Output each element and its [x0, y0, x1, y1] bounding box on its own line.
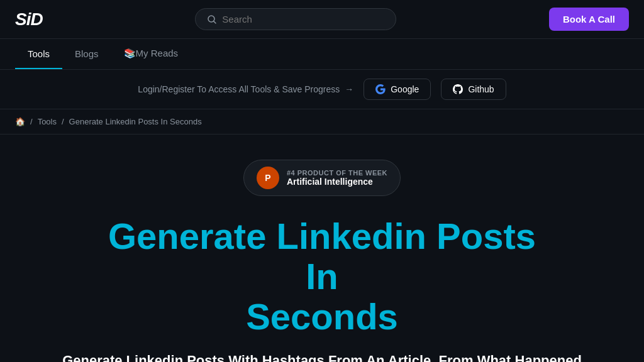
breadcrumb-sep1: / — [30, 117, 33, 126]
arrow-icon: → — [345, 84, 353, 94]
breadcrumb-sep2: / — [62, 117, 64, 126]
github-auth-button[interactable]: Github — [441, 79, 506, 100]
product-week-label: #4 PRODUCT OF THE WEEK — [287, 169, 387, 177]
product-hunt-icon: P — [257, 167, 279, 189]
breadcrumb: 🏠 / Tools / Generate Linkedin Posts In S… — [0, 109, 644, 134]
tab-blogs[interactable]: Blogs — [62, 40, 111, 69]
login-banner: Login/Register To Access All Tools & Sav… — [0, 70, 644, 109]
product-category: Artificial Intelligence — [287, 177, 387, 187]
product-badge-text: #4 PRODUCT OF THE WEEK Artificial Intell… — [287, 169, 387, 187]
product-badge: P #4 PRODUCT OF THE WEEK Artificial Inte… — [243, 160, 401, 196]
breadcrumb-tools[interactable]: Tools — [38, 117, 57, 126]
book-call-button[interactable]: Book A Call — [549, 8, 629, 31]
sub-heading: Generate Linkedin Posts With Hashtags Fr… — [52, 351, 592, 362]
breadcrumb-current: Generate Linkedin Posts In Seconds — [69, 117, 202, 126]
login-text: Login/Register To Access All Tools & Sav… — [138, 84, 353, 94]
google-icon — [375, 84, 386, 94]
google-auth-button[interactable]: Google — [364, 79, 431, 100]
github-icon — [453, 84, 463, 94]
tab-tools[interactable]: Tools — [15, 40, 62, 69]
search-bar[interactable] — [195, 8, 396, 30]
logo: SiD — [15, 9, 43, 30]
tab-my-reads[interactable]: 📚My Reads — [111, 39, 191, 69]
svg-line-1 — [214, 21, 216, 23]
nav-tabs: Tools Blogs 📚My Reads — [0, 39, 644, 70]
main-heading: Generate Linkedin Posts In Seconds — [96, 216, 548, 336]
home-icon[interactable]: 🏠 — [15, 117, 25, 126]
search-input[interactable] — [222, 14, 384, 25]
header: SiD Book A Call — [0, 0, 644, 39]
search-icon — [207, 14, 217, 25]
main-content: P #4 PRODUCT OF THE WEEK Artificial Inte… — [0, 134, 644, 362]
